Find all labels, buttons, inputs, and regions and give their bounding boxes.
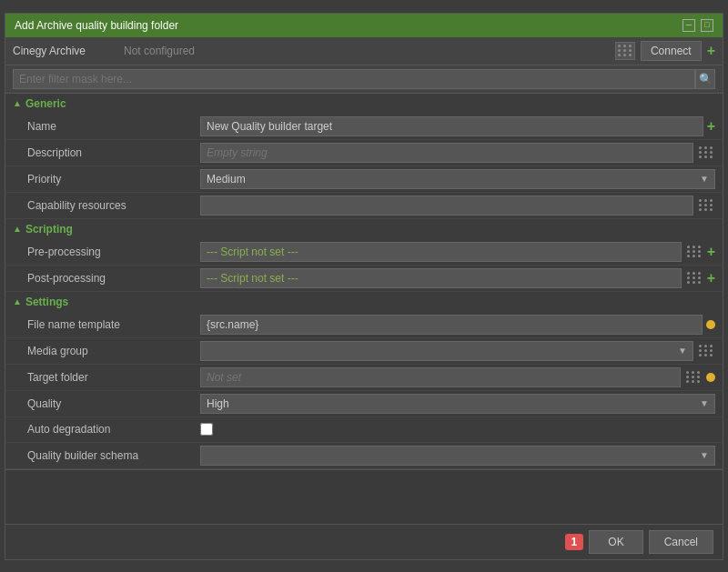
priority-dropdown-value: Medium bbox=[207, 173, 246, 186]
priority-dropdown[interactable]: Medium ▼ bbox=[200, 169, 715, 189]
grid-dots-icon bbox=[618, 45, 632, 56]
target-folder-label: Target folder bbox=[27, 371, 200, 384]
quality-builder-schema-dropdown[interactable]: ▼ bbox=[200, 446, 715, 466]
add-button[interactable]: + bbox=[707, 44, 715, 58]
auto-degradation-value bbox=[200, 423, 715, 436]
name-add-icon[interactable]: + bbox=[707, 119, 715, 134]
description-label: Description bbox=[27, 146, 200, 159]
generic-collapse-arrow: ▲ bbox=[13, 98, 22, 108]
description-row: Description bbox=[5, 140, 723, 166]
capability-resources-value bbox=[200, 196, 715, 216]
pre-processing-label: Pre-processing bbox=[27, 246, 200, 258]
not-configured-text: Not configured bbox=[118, 45, 610, 57]
file-name-template-status-dot bbox=[706, 320, 715, 329]
pre-processing-row: Pre-processing --- Script not set --- + bbox=[5, 239, 723, 266]
pre-processing-text: --- Script not set --- bbox=[207, 246, 298, 258]
capability-resources-input[interactable] bbox=[200, 196, 693, 216]
cancel-button[interactable]: Cancel bbox=[649, 530, 713, 554]
auto-degradation-checkbox[interactable] bbox=[200, 423, 213, 436]
name-value: + bbox=[200, 116, 715, 136]
post-processing-display: --- Script not set --- bbox=[200, 268, 682, 288]
media-group-dropdown[interactable]: ▼ bbox=[200, 341, 693, 361]
scripting-collapse-arrow: ▲ bbox=[13, 224, 22, 234]
quality-builder-schema-dropdown-arrow: ▼ bbox=[700, 450, 709, 460]
post-processing-value: --- Script not set --- + bbox=[200, 268, 715, 288]
minimize-button[interactable]: ─ bbox=[682, 19, 695, 32]
media-group-label: Media group bbox=[27, 345, 200, 357]
post-processing-grid-icon[interactable] bbox=[685, 269, 703, 287]
target-folder-value bbox=[200, 367, 715, 387]
media-group-dropdown-arrow: ▼ bbox=[678, 346, 687, 356]
archive-label: Cinegy Archive bbox=[13, 45, 113, 57]
target-folder-grid-icon[interactable] bbox=[684, 368, 703, 386]
priority-label: Priority bbox=[27, 173, 200, 186]
quality-dropdown[interactable]: High ▼ bbox=[200, 394, 715, 414]
media-group-grid-icon[interactable] bbox=[697, 342, 715, 360]
settings-section-header[interactable]: ▲ Settings bbox=[5, 292, 723, 312]
footer: 1 OK Cancel bbox=[5, 524, 723, 559]
quality-label: Quality bbox=[27, 397, 200, 410]
priority-row: Priority Medium ▼ bbox=[5, 166, 723, 193]
auto-degradation-row: Auto degradation bbox=[5, 417, 723, 443]
dialog-title: Add Archive quality building folder bbox=[15, 19, 178, 32]
capability-resources-label: Capability resources bbox=[27, 199, 200, 212]
target-folder-input[interactable] bbox=[200, 367, 681, 387]
restore-button[interactable]: □ bbox=[701, 19, 713, 32]
description-input[interactable] bbox=[200, 143, 693, 163]
scripting-section-label: Scripting bbox=[25, 223, 73, 236]
title-controls: ─ □ bbox=[682, 19, 713, 32]
scripting-section-header[interactable]: ▲ Scripting bbox=[5, 219, 723, 239]
name-label: Name bbox=[27, 120, 200, 133]
quality-row: Quality High ▼ bbox=[5, 391, 723, 417]
toolbar-row: Cinegy Archive Not configured Connect + bbox=[5, 37, 723, 65]
file-name-template-row: File name template bbox=[5, 312, 723, 338]
post-processing-add-icon[interactable]: + bbox=[707, 271, 715, 286]
description-grid-icon[interactable] bbox=[697, 144, 715, 162]
generic-section-header[interactable]: ▲ Generic bbox=[5, 94, 723, 114]
quality-dropdown-value: High bbox=[207, 397, 229, 410]
pre-processing-value: --- Script not set --- + bbox=[200, 242, 715, 262]
bottom-empty-area bbox=[5, 469, 723, 524]
pre-processing-add-icon[interactable]: + bbox=[707, 245, 715, 259]
error-badge: 1 bbox=[565, 534, 584, 550]
name-input[interactable] bbox=[200, 116, 703, 136]
filter-input[interactable] bbox=[13, 69, 695, 89]
media-group-row: Media group ▼ bbox=[5, 338, 723, 365]
quality-value: High ▼ bbox=[200, 394, 715, 414]
file-name-template-label: File name template bbox=[27, 318, 200, 331]
auto-degradation-label: Auto degradation bbox=[27, 423, 200, 436]
generic-section-label: Generic bbox=[25, 97, 66, 110]
description-value bbox=[200, 143, 715, 163]
name-row: Name + bbox=[5, 114, 723, 140]
filter-row: 🔍 bbox=[5, 65, 723, 94]
settings-collapse-arrow: ▲ bbox=[13, 296, 22, 306]
connect-button[interactable]: Connect bbox=[641, 41, 702, 61]
quality-builder-schema-value: ▼ bbox=[200, 446, 715, 466]
quality-builder-schema-label: Quality builder schema bbox=[27, 449, 200, 462]
priority-value: Medium ▼ bbox=[200, 169, 715, 189]
capability-resources-row: Capability resources bbox=[5, 193, 723, 219]
settings-section-label: Settings bbox=[25, 296, 68, 308]
title-bar: Add Archive quality building folder ─ □ bbox=[5, 14, 723, 37]
target-folder-row: Target folder bbox=[5, 365, 723, 391]
ok-button[interactable]: OK bbox=[589, 530, 642, 554]
media-group-value: ▼ bbox=[200, 341, 715, 361]
search-icon[interactable]: 🔍 bbox=[695, 69, 715, 89]
target-folder-status-dot bbox=[706, 373, 715, 382]
post-processing-text: --- Script not set --- bbox=[207, 272, 298, 285]
quality-builder-schema-row: Quality builder schema ▼ bbox=[5, 443, 723, 469]
pre-processing-display: --- Script not set --- bbox=[200, 242, 682, 262]
dialog: Add Archive quality building folder ─ □ … bbox=[5, 13, 723, 560]
grid-config-button[interactable] bbox=[615, 42, 635, 60]
content-area: ▲ Generic Name + Description bbox=[5, 94, 723, 469]
pre-processing-grid-icon[interactable] bbox=[685, 243, 703, 261]
file-name-template-input[interactable] bbox=[200, 315, 703, 335]
file-name-template-value bbox=[200, 315, 715, 335]
post-processing-label: Post-processing bbox=[27, 272, 200, 285]
quality-dropdown-arrow: ▼ bbox=[700, 398, 709, 408]
capability-resources-grid-icon[interactable] bbox=[697, 196, 715, 215]
priority-dropdown-arrow: ▼ bbox=[700, 174, 709, 184]
post-processing-row: Post-processing --- Script not set --- + bbox=[5, 266, 723, 292]
